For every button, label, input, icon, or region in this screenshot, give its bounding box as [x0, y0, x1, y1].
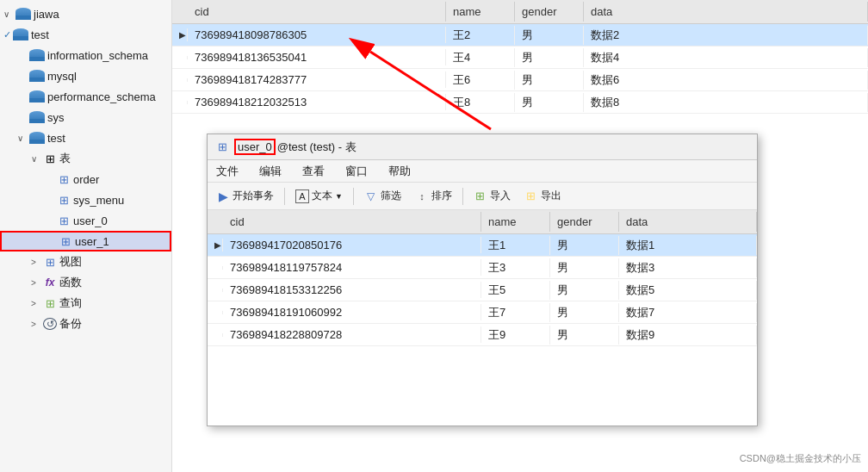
row-data: 数据1 — [619, 236, 757, 255]
fg-table-row[interactable]: 736989418119757824 王3 男 数据3 — [208, 257, 757, 279]
db-icon — [29, 70, 45, 82]
collapse-arrow: > — [31, 258, 43, 267]
sidebar-item-jiawa[interactable]: ∨ jiawa — [0, 3, 171, 24]
watermark: CSDN@稳土掘金技术的小压 — [740, 452, 861, 465]
main-area: cid name gender data ▶ 73698941809878630… — [172, 0, 868, 472]
fg-col-name: name — [481, 212, 550, 232]
export-icon: ⊞ — [524, 189, 538, 203]
sidebar-item-test-root[interactable]: ✓ test — [0, 24, 171, 45]
row-gender: 男 — [515, 26, 584, 45]
fg-col-cid: cid — [223, 212, 481, 232]
toolbar-separator — [353, 188, 354, 205]
row-name: 王5 — [481, 281, 550, 300]
collapse-arrow: > — [31, 278, 43, 288]
row-gender: 男 — [550, 236, 619, 255]
row-data: 数据3 — [619, 258, 757, 277]
views-icon: ⊞ — [43, 256, 57, 268]
row-arrow — [208, 311, 223, 314]
db-icon — [29, 49, 45, 61]
export-button[interactable]: ⊞ 导出 — [519, 187, 567, 205]
db-icon — [29, 111, 45, 123]
sidebar-item-funcs-folder[interactable]: > fx 函数 — [0, 272, 171, 293]
bg-col-data: data — [584, 2, 868, 22]
row-cid: 736989418153312256 — [223, 282, 481, 298]
row-data: 数据4 — [584, 48, 868, 67]
begin-tx-button[interactable]: ▶ 开始事务 — [211, 187, 279, 205]
sidebar-item-label: 备份 — [59, 316, 82, 332]
text-button[interactable]: A 文本 ▼ — [290, 187, 348, 205]
fg-table-row[interactable]: ▶ 736989417020850176 王1 男 数据1 — [208, 234, 757, 257]
sidebar-item-label: test — [47, 132, 65, 145]
bg-table-row[interactable]: 736989418136535041 王4 男 数据4 — [172, 47, 868, 69]
sidebar-item-label: 查询 — [59, 295, 82, 311]
menu-file[interactable]: 文件 — [211, 162, 244, 181]
import-button[interactable]: ⊞ 导入 — [468, 187, 516, 205]
fg-titlebar: ⊞ user_0 @test (test) - 表 — [208, 134, 757, 160]
row-cid: 736989418174283777 — [188, 71, 446, 88]
menu-view[interactable]: 查看 — [297, 162, 330, 181]
sort-icon: ↕ — [415, 189, 429, 203]
sidebar-item-mysql[interactable]: mysql — [0, 65, 171, 86]
sidebar-item-sys-menu[interactable]: ⊞ sys_menu — [0, 189, 171, 210]
row-name: 王8 — [446, 93, 515, 112]
fg-title-suffix: @test (test) - 表 — [277, 140, 356, 155]
sidebar-item-information-schema[interactable]: information_schema — [0, 45, 171, 65]
toolbar-separator — [462, 188, 463, 205]
table-icon: ⊞ — [214, 140, 230, 154]
table-icon: ⊞ — [57, 214, 71, 227]
table-icon: ⊞ — [59, 235, 72, 247]
sidebar-item-views-folder[interactable]: > ⊞ 视图 — [0, 252, 171, 272]
sidebar-item-label: mysql — [47, 70, 77, 83]
collapse-arrow: > — [31, 320, 43, 329]
sidebar-item-order[interactable]: ⊞ order — [0, 169, 171, 189]
bg-table-row[interactable]: 736989418174283777 王6 男 数据6 — [172, 69, 868, 91]
fg-col-data: data — [619, 212, 757, 232]
row-arrow — [208, 289, 223, 292]
row-name: 王2 — [446, 26, 515, 45]
row-data: 数据5 — [619, 281, 757, 300]
func-icon: fx — [43, 276, 57, 289]
row-data: 数据6 — [584, 71, 868, 90]
sidebar-item-label: sys_menu — [73, 194, 124, 207]
menu-window[interactable]: 窗口 — [340, 162, 373, 181]
sort-button[interactable]: ↕ 排序 — [410, 187, 457, 205]
row-name: 王7 — [481, 303, 550, 322]
table-icon: ⊞ — [57, 173, 71, 185]
sidebar-item-label: user_1 — [75, 235, 109, 248]
row-cid: 736989418228809728 — [223, 326, 481, 343]
fg-table-row[interactable]: 736989418228809728 王9 男 数据9 — [208, 324, 757, 346]
sidebar-item-test-expanded[interactable]: ∨ test — [0, 127, 171, 148]
db-icon — [29, 132, 45, 144]
sidebar-item-sys[interactable]: sys — [0, 107, 171, 127]
row-gender: 男 — [515, 93, 584, 112]
table-icon: ⊞ — [57, 194, 71, 206]
toolbar-separator — [284, 188, 285, 205]
sidebar-item-label: 表 — [59, 151, 71, 166]
row-gender: 男 — [515, 48, 584, 67]
menu-help[interactable]: 帮助 — [383, 162, 416, 181]
sidebar-item-query-folder[interactable]: > ⊞ 查询 — [0, 293, 171, 314]
sidebar-item-backup-folder[interactable]: > ↺ 备份 — [0, 314, 171, 334]
menu-edit[interactable]: 编辑 — [254, 162, 287, 181]
row-gender: 男 — [550, 258, 619, 277]
db-icon — [13, 28, 28, 40]
bg-col-gender: gender — [515, 2, 584, 22]
sidebar-item-tables-folder[interactable]: ∨ ⊞ 表 — [0, 148, 171, 169]
fg-window-user0: ⊞ user_0 @test (test) - 表 文件 编辑 查看 窗口 帮助… — [207, 134, 758, 426]
row-name: 王6 — [446, 71, 515, 90]
db-icon — [16, 8, 31, 20]
filter-button[interactable]: ▽ 筛选 — [359, 187, 406, 205]
row-data: 数据7 — [619, 303, 757, 322]
bg-table-row[interactable]: ▶ 736989418098786305 王2 男 数据2 — [172, 24, 868, 47]
sidebar-item-user-0[interactable]: ⊞ user_0 — [0, 210, 171, 231]
sidebar: ∨ jiawa ✓ test information_schema mysql … — [0, 0, 172, 472]
filter-icon: ▽ — [364, 189, 378, 203]
row-name: 王1 — [481, 236, 550, 255]
fg-table-row[interactable]: 736989418153312256 王5 男 数据5 — [208, 279, 757, 301]
fg-title-user0-boxed: user_0 — [234, 139, 276, 155]
fg-table-row[interactable]: 736989418191060992 王7 男 数据7 — [208, 301, 757, 324]
sidebar-item-user-1[interactable]: ⊞ user_1 — [0, 231, 171, 252]
sidebar-item-performance-schema[interactable]: performance_schema — [0, 86, 171, 107]
sidebar-item-label: sys — [47, 111, 65, 124]
bg-table-row[interactable]: 736989418212032513 王8 男 数据8 — [172, 91, 868, 114]
